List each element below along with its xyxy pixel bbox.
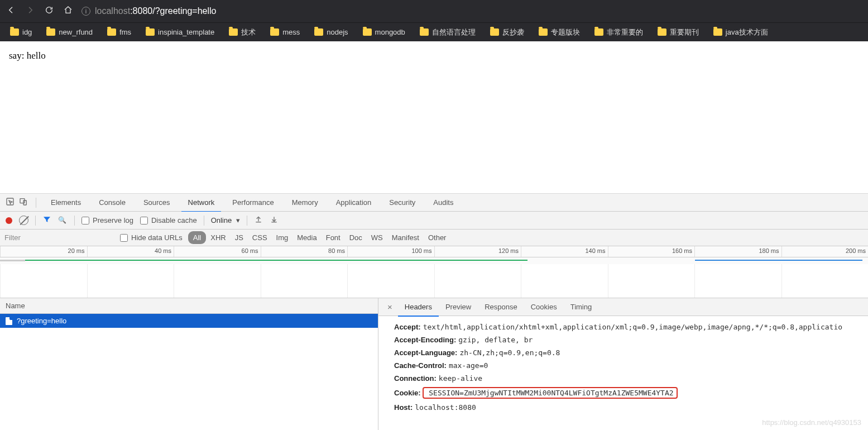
upload-har-icon[interactable] bbox=[254, 215, 263, 226]
devtools-tab-audits[interactable]: Audits bbox=[426, 194, 460, 211]
detail-tab-response[interactable]: Response bbox=[478, 298, 524, 316]
bookmark-item[interactable]: mess bbox=[266, 26, 304, 38]
header-accept-language: Accept-Language:zh-CN,zh;q=0.9,en;q=0.8 bbox=[394, 346, 868, 359]
download-har-icon[interactable] bbox=[270, 215, 279, 226]
bookmark-item[interactable]: 反抄袭 bbox=[486, 26, 529, 39]
bookmark-label: mess bbox=[282, 28, 300, 36]
back-button[interactable] bbox=[6, 6, 17, 17]
bookmark-item[interactable]: fms bbox=[103, 26, 136, 38]
folder-icon bbox=[10, 28, 19, 36]
detail-tab-timing[interactable]: Timing bbox=[564, 298, 599, 316]
devtools-tab-network[interactable]: Network bbox=[181, 194, 222, 212]
bookmark-item[interactable]: java技术方面 bbox=[709, 26, 773, 39]
address-bar[interactable]: i localhost:8080/?greeting=hello bbox=[81, 6, 862, 16]
timeline-lanes bbox=[0, 264, 868, 298]
timeline-overview[interactable]: 20 ms40 ms60 ms80 ms100 ms120 ms140 ms16… bbox=[0, 246, 868, 298]
devtools-tab-security[interactable]: Security bbox=[382, 194, 422, 211]
header-cache-control: Cache-Control:max-age=0 bbox=[394, 359, 868, 372]
detail-tab-cookies[interactable]: Cookies bbox=[524, 298, 564, 316]
bookmark-item[interactable]: 专题版块 bbox=[534, 26, 584, 39]
bookmark-item[interactable]: nodejs bbox=[310, 26, 352, 38]
document-icon bbox=[6, 317, 12, 325]
ruler-tick: 120 ms bbox=[434, 246, 521, 257]
bookmark-item[interactable]: 非常重要的 bbox=[590, 26, 648, 39]
disable-cache-checkbox[interactable]: Disable cache bbox=[140, 216, 197, 224]
bookmark-item[interactable]: mongodb bbox=[358, 26, 410, 38]
filter-type-js[interactable]: JS bbox=[231, 231, 248, 244]
filter-type-other[interactable]: Other bbox=[424, 231, 451, 244]
folder-icon bbox=[146, 28, 155, 36]
ruler-tick: 20 ms bbox=[0, 246, 87, 257]
folder-icon bbox=[107, 28, 116, 36]
bookmark-label: 自然语言处理 bbox=[432, 27, 476, 37]
bookmark-item[interactable]: inspinia_template bbox=[141, 26, 219, 38]
header-host: Host:localhost:8080 bbox=[394, 401, 868, 414]
bookmark-item[interactable]: 重要期刊 bbox=[653, 26, 703, 39]
filter-type-css[interactable]: CSS bbox=[248, 231, 272, 244]
close-details-button[interactable]: × bbox=[382, 302, 398, 312]
network-body: Name ?greeting=hello × HeadersPreviewRes… bbox=[0, 298, 868, 430]
devtools-tab-application[interactable]: Application bbox=[329, 194, 378, 211]
header-cookie: Cookie: SESSION=ZmU3MjgwNTItMWM2Mi00NTQ4… bbox=[394, 385, 868, 401]
device-toggle-icon[interactable] bbox=[19, 197, 28, 208]
devtools-tab-console[interactable]: Console bbox=[92, 194, 132, 211]
bookmark-label: 非常重要的 bbox=[607, 27, 643, 37]
record-button[interactable] bbox=[6, 217, 12, 224]
home-button[interactable] bbox=[63, 6, 74, 17]
filter-input[interactable] bbox=[0, 230, 120, 245]
filter-type-all[interactable]: All bbox=[188, 231, 206, 244]
timeline-bar-load bbox=[695, 260, 862, 261]
bookmark-label: 专题版块 bbox=[551, 27, 580, 37]
browser-nav-bar: i localhost:8080/?greeting=hello bbox=[0, 0, 868, 22]
network-toolbar: Preserve log Disable cache Online ▾ bbox=[0, 212, 868, 230]
bookmark-item[interactable]: 自然语言处理 bbox=[415, 26, 480, 39]
folder-icon bbox=[539, 28, 548, 36]
filter-type-manifest[interactable]: Manifest bbox=[387, 231, 424, 244]
devtools-tab-performance[interactable]: Performance bbox=[226, 194, 280, 211]
bookmark-label: 反抄袭 bbox=[502, 27, 524, 37]
clear-button[interactable] bbox=[19, 216, 28, 225]
reload-button[interactable] bbox=[44, 6, 55, 17]
hide-data-urls-checkbox[interactable]: Hide data URLs bbox=[120, 233, 183, 242]
inspect-icon[interactable] bbox=[6, 197, 15, 208]
bookmark-item[interactable]: idg bbox=[6, 26, 36, 38]
devtools-tab-elements[interactable]: Elements bbox=[44, 194, 88, 211]
bookmark-label: nodejs bbox=[327, 28, 348, 36]
filter-toggle-icon[interactable] bbox=[42, 215, 51, 226]
filter-type-doc[interactable]: Doc bbox=[345, 231, 367, 244]
preserve-log-checkbox[interactable]: Preserve log bbox=[81, 216, 133, 224]
folder-icon bbox=[658, 28, 666, 36]
separator bbox=[36, 198, 36, 208]
throttling-select[interactable]: Online ▾ bbox=[211, 216, 241, 224]
detail-tab-headers[interactable]: Headers bbox=[398, 298, 439, 317]
filter-type-media[interactable]: Media bbox=[292, 231, 321, 244]
ruler-tick: 140 ms bbox=[521, 246, 608, 257]
forward-button[interactable] bbox=[25, 6, 36, 17]
search-icon[interactable] bbox=[58, 216, 68, 225]
folder-icon bbox=[314, 28, 323, 36]
detail-tab-preview[interactable]: Preview bbox=[439, 298, 478, 316]
cookie-highlight-box: SESSION=ZmU3MjgwNTItMWM2Mi00NTQ4LWFiOTgt… bbox=[423, 387, 677, 399]
folder-icon bbox=[490, 28, 499, 36]
separator bbox=[247, 216, 247, 226]
filter-type-ws[interactable]: WS bbox=[367, 231, 387, 244]
headers-panel: Accept:text/html,application/xhtml+xml,a… bbox=[378, 316, 868, 418]
folder-icon bbox=[46, 28, 55, 36]
bookmark-label: 技术 bbox=[241, 27, 256, 37]
filter-type-img[interactable]: Img bbox=[272, 231, 293, 244]
bookmark-label: idg bbox=[22, 28, 32, 36]
bookmark-item[interactable]: new_rfund bbox=[42, 26, 97, 38]
site-info-icon[interactable]: i bbox=[81, 7, 90, 16]
ruler-tick: 180 ms bbox=[694, 246, 781, 257]
request-row[interactable]: ?greeting=hello bbox=[0, 314, 378, 328]
bookmark-label: java技术方面 bbox=[726, 27, 768, 37]
devtools-tab-memory[interactable]: Memory bbox=[285, 194, 325, 211]
chevron-down-icon: ▾ bbox=[236, 216, 240, 224]
devtools-tab-sources[interactable]: Sources bbox=[137, 194, 177, 211]
requests-column-name[interactable]: Name bbox=[0, 298, 378, 314]
bookmark-item[interactable]: 技术 bbox=[224, 26, 260, 39]
requests-list: Name ?greeting=hello bbox=[0, 298, 378, 430]
filter-type-font[interactable]: Font bbox=[322, 231, 345, 244]
filter-type-xhr[interactable]: XHR bbox=[206, 231, 230, 244]
devtools-panel: ElementsConsoleSourcesNetworkPerformance… bbox=[0, 194, 868, 430]
